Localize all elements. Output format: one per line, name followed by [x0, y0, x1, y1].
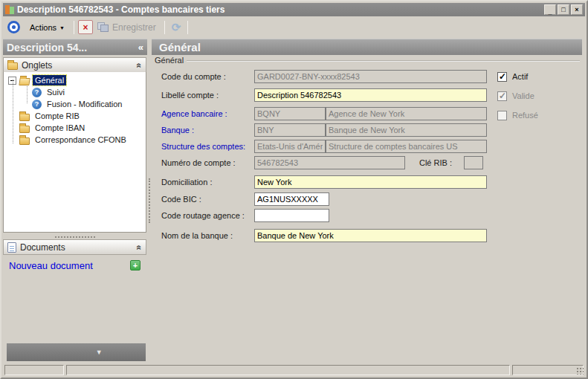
- tree-item-label: Général: [33, 75, 66, 85]
- tree-item-label: Compte IBAN: [33, 123, 87, 133]
- maximize-button[interactable]: □: [558, 4, 569, 15]
- status-bar: [3, 363, 585, 376]
- bullseye-icon: [7, 21, 20, 33]
- tree-item-label: Fusion - Modification: [45, 99, 125, 109]
- agence-nom-field: [326, 107, 487, 120]
- code-routage-label: Code routage agence :: [161, 209, 245, 222]
- sidebar-collapse-icon[interactable]: «: [138, 42, 143, 53]
- numero-compte-field: [254, 156, 405, 169]
- folder-icon: [7, 62, 18, 70]
- refuse-checkbox-row: Refusé: [497, 110, 538, 120]
- libelle-compte-label: Libellé compte :: [161, 88, 219, 102]
- tree-item-suivi[interactable]: ? Suivi: [4, 86, 146, 98]
- refuse-checkbox: [497, 111, 507, 120]
- tree-item-label: Suivi: [45, 87, 67, 97]
- structure-comptes-label[interactable]: Structure des comptes:: [161, 140, 245, 153]
- window-title: Description 546782543 - Comptes bancaire…: [17, 4, 543, 15]
- tree-item-fusion-modification[interactable]: ? Fusion - Modification: [4, 98, 146, 110]
- collapse-panel-icon[interactable]: «: [135, 62, 145, 68]
- delete-x-icon: ×: [83, 22, 88, 33]
- actif-label: Actif: [512, 72, 528, 81]
- resize-grip[interactable]: [576, 367, 584, 375]
- agence-bancaire-label[interactable]: Agence bancaire :: [161, 107, 227, 120]
- domiciliation-field[interactable]: [254, 175, 487, 189]
- banque-label[interactable]: Banque :: [161, 123, 194, 137]
- status-cell-middle: [66, 365, 510, 375]
- valide-checkbox-row: Valide: [497, 91, 534, 101]
- status-cell-left: [4, 365, 64, 375]
- cle-rib-field: [464, 156, 483, 169]
- document-icon: [7, 242, 16, 253]
- refuse-label: Refusé: [512, 111, 538, 120]
- groupbox-line: [184, 60, 580, 61]
- delete-button[interactable]: ×: [78, 20, 93, 34]
- actif-checkbox-row: Actif: [497, 71, 528, 82]
- onglets-tree: Général ? Suivi ? Fusion - Modification …: [3, 72, 146, 233]
- chevron-down-icon: ▼: [96, 349, 103, 356]
- folder-icon: [19, 114, 30, 121]
- help-icon: ?: [32, 100, 42, 109]
- tree-item-label: Compte RIB: [33, 111, 82, 121]
- help-icon: ?: [32, 88, 42, 97]
- toolbar: Actions ▼ × Enregistrer ⟳: [3, 16, 585, 38]
- refresh-icon[interactable]: ⟳: [169, 22, 184, 33]
- cle-rib-label: Clé RIB :: [418, 156, 452, 169]
- valide-label: Valide: [512, 91, 534, 100]
- tree-item-general[interactable]: Général: [4, 74, 146, 86]
- tree-item-correspondance-cfonb[interactable]: Correspondance CFONB: [4, 134, 146, 146]
- sidebar-bottom-bar[interactable]: ▼: [7, 343, 146, 361]
- chevron-down-icon: ▼: [59, 25, 65, 30]
- valide-checkbox: [497, 91, 507, 101]
- tree-item-label: Correspondance CFONB: [33, 135, 129, 145]
- sidebar: Description 54... « Onglets « Général ? …: [3, 39, 147, 363]
- title-bar: Description 546782543 - Comptes bancaire…: [3, 3, 585, 16]
- main-header: Général: [152, 39, 582, 55]
- code-compte-field: [254, 70, 487, 83]
- nom-banque-label: Nom de la banque :: [161, 229, 233, 242]
- close-button[interactable]: ×: [571, 4, 583, 15]
- sidebar-title: Description 54...: [7, 42, 138, 54]
- documents-title: Documents: [20, 242, 65, 253]
- minimize-button[interactable]: _: [544, 4, 556, 15]
- new-document-link[interactable]: Nouveau document: [9, 260, 93, 271]
- app-icon: [5, 5, 14, 14]
- sidebar-header: Description 54... «: [3, 39, 147, 55]
- actions-label: Actions: [30, 23, 56, 32]
- toolbar-separator: [74, 21, 74, 34]
- toolbar-separator: [164, 21, 165, 34]
- structure-nom-field: [326, 140, 487, 153]
- tree-guide-line: [27, 82, 28, 103]
- app-window: Description 546782543 - Comptes bancaire…: [0, 0, 588, 379]
- documents-panel-header[interactable]: Documents «: [3, 239, 146, 255]
- tree-item-compte-rib[interactable]: Compte RIB: [4, 110, 146, 122]
- code-bic-field[interactable]: [254, 192, 329, 206]
- code-routage-field[interactable]: [254, 209, 329, 222]
- tree-item-compte-iban[interactable]: Compte IBAN: [4, 122, 146, 134]
- onglets-title: Onglets: [22, 60, 52, 71]
- save-icon: [97, 22, 109, 32]
- folder-icon: [19, 137, 30, 145]
- tree-guide-line: [13, 80, 13, 143]
- folder-icon: [19, 126, 30, 133]
- add-document-button[interactable]: +: [130, 260, 140, 271]
- libelle-compte-field[interactable]: [254, 88, 487, 102]
- code-bic-label: Code BIC :: [161, 192, 201, 206]
- code-compte-label: Code du compte :: [161, 70, 226, 83]
- main-panel: Général Général Code du compte : Libellé…: [152, 39, 582, 363]
- domiciliation-label: Domiciliation :: [161, 175, 212, 189]
- banque-code-field: [254, 123, 326, 137]
- toolbar-separator: [187, 21, 188, 34]
- actions-menu-button[interactable]: Actions ▼: [25, 21, 70, 34]
- nom-banque-field[interactable]: [254, 229, 487, 242]
- actif-checkbox[interactable]: [497, 72, 507, 82]
- save-button[interactable]: Enregistrer: [93, 21, 161, 34]
- page-title: Général: [159, 41, 201, 54]
- onglets-panel-header[interactable]: Onglets «: [3, 57, 146, 73]
- save-label: Enregistrer: [112, 22, 156, 33]
- banque-nom-field: [326, 123, 487, 137]
- numero-compte-label: Numéro de compte :: [161, 156, 236, 169]
- groupbox-title: Général: [155, 56, 187, 65]
- collapse-panel-icon[interactable]: «: [135, 244, 145, 250]
- new-document-row: Nouveau document +: [3, 258, 146, 273]
- status-cell-right: [512, 365, 584, 375]
